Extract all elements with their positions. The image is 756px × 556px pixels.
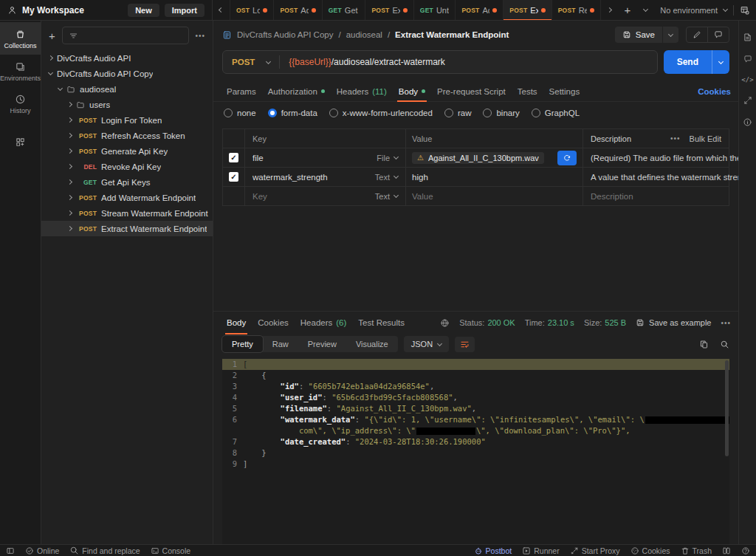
tab-options-button[interactable] (637, 0, 654, 20)
save-as-example-button[interactable]: Save as example (636, 318, 711, 327)
sidebar-item-history[interactable]: History (0, 87, 41, 120)
sidebar-item[interactable]: audioseal (41, 81, 213, 97)
body-mode-form-data[interactable]: form-data (268, 109, 317, 117)
type-dropdown[interactable]: File (377, 154, 398, 162)
select-file-button[interactable] (557, 151, 577, 165)
code-line[interactable]: com\", \"ip_address\": \"\", \"download_… (222, 425, 729, 436)
save-button[interactable]: Save (615, 27, 678, 43)
description-cell[interactable]: (Required) The audio file from which the… (591, 154, 756, 162)
breadcrumb-folder[interactable]: audioseal (346, 30, 382, 39)
code-line[interactable]: 5 "filename": "Against_All_II_C_130bpm.w… (222, 403, 729, 414)
chevron-right-icon[interactable] (67, 102, 72, 107)
code-line[interactable]: 8 } (222, 447, 729, 459)
environment-quick-look-icon[interactable] (740, 5, 750, 16)
body-mode-x-www-form-urlencoded[interactable]: x-www-form-urlencoded (329, 109, 433, 117)
chevron-right-icon[interactable] (67, 148, 72, 154)
request-tab[interactable]: POSTReg (552, 0, 601, 20)
workspace-title[interactable]: My Workspace (22, 5, 123, 16)
body-mode-binary[interactable]: binary (483, 109, 519, 117)
wrap-lines-button[interactable] (455, 337, 475, 352)
request-info-button[interactable] (743, 117, 752, 127)
toggle-sidebar-button[interactable] (6, 546, 15, 555)
status-value[interactable]: 200 OK (487, 318, 515, 327)
sidebar-item[interactable]: POSTStream Watermark Endpoint (41, 205, 213, 221)
search-response-button[interactable] (720, 340, 729, 349)
sidebar-item[interactable]: DELRevoke Api Key (41, 159, 213, 174)
body-mode-none[interactable]: none (224, 109, 256, 117)
sidebar-item[interactable]: users (41, 97, 213, 112)
split-panes-button[interactable] (722, 546, 731, 555)
chevron-right-icon[interactable] (67, 179, 72, 185)
related-requests-button[interactable] (743, 96, 752, 105)
statusbar-cookies[interactable]: Cookies (630, 546, 670, 555)
time-value[interactable]: 23.10 s (548, 318, 574, 327)
rename-button[interactable] (687, 27, 707, 42)
comments-panel-button[interactable] (743, 55, 752, 64)
tab-tests[interactable]: Tests (512, 81, 543, 101)
cookies-link[interactable]: Cookies (698, 87, 731, 96)
chevron-right-icon[interactable] (67, 195, 72, 200)
description-cell[interactable]: Description (591, 192, 633, 201)
chevron-right-icon[interactable] (67, 226, 72, 231)
response-tab-cookies[interactable]: Cookies (252, 312, 295, 334)
statusbar-online[interactable]: Online (25, 546, 59, 555)
environment-selector[interactable]: No environment (654, 0, 756, 20)
save-options-button[interactable] (662, 27, 678, 43)
add-collection-button[interactable]: + (49, 30, 55, 42)
sidebar-item-collections[interactable]: Collections (0, 22, 41, 55)
comments-button[interactable] (707, 27, 729, 42)
body-mode-GraphQL[interactable]: GraphQL (532, 109, 580, 117)
response-body-editor[interactable]: 1[2 {3 "id": "6605b742eb1aa04d2a96854e",… (222, 359, 729, 544)
tab-body[interactable]: Body (393, 81, 431, 101)
row-checkbox[interactable]: ✓ (229, 172, 238, 182)
file-chip[interactable]: ⚠ Against_All_II_C_130bpm.wav (412, 152, 544, 164)
new-button[interactable]: New (128, 4, 159, 17)
help-button[interactable] (741, 546, 750, 555)
row-checkbox[interactable]: ✓ (229, 153, 238, 162)
tab-settings[interactable]: Settings (543, 81, 586, 101)
statusbar-trash[interactable]: Trash (681, 546, 712, 555)
request-tab[interactable]: POSTExtr (504, 0, 551, 20)
chevron-right-icon[interactable] (67, 164, 72, 169)
sidebar-item[interactable]: POSTExtract Watermark Endpoint (41, 221, 213, 236)
request-tab[interactable]: POSTAdc (456, 0, 504, 20)
statusbar-console[interactable]: Console (151, 546, 191, 555)
sidebar-more-button[interactable]: ••• (196, 32, 206, 40)
code-line[interactable]: 4 "user_id": "65b6cd3fbd99c5facb808568", (222, 392, 729, 403)
code-line[interactable]: 2 { (222, 370, 729, 381)
tab-pre-request-script[interactable]: Pre-request Script (431, 81, 512, 101)
body-mode-raw[interactable]: raw (444, 109, 472, 117)
send-options-button[interactable] (712, 50, 729, 74)
response-tab-body[interactable]: Body (221, 312, 252, 334)
configure-sidebar-button[interactable] (0, 130, 41, 153)
url-input[interactable]: {{baseUrl}}/audioseal/extract-watermark (280, 57, 444, 67)
sidebar-item[interactable]: POSTGenerate Api Key (41, 143, 213, 159)
code-line[interactable]: 7 "date_created": "2024-03-28T18:30:26.1… (222, 436, 729, 447)
code-line[interactable]: 9] (222, 459, 729, 470)
copy-button[interactable] (699, 340, 709, 349)
response-tab-headers[interactable]: Headers(6) (295, 312, 353, 334)
code-line[interactable]: 6 "watermark_data": "{\"id\": 1, \"usern… (222, 414, 729, 425)
sidebar-item[interactable]: POSTRefresh Access Token (41, 128, 213, 143)
select-all-cell[interactable] (223, 129, 245, 148)
tab-authorization[interactable]: Authorization (262, 81, 331, 101)
code-snippet-button[interactable]: </> (741, 76, 753, 83)
breadcrumb-collection[interactable]: DivCrafts Audio API Copy (237, 30, 333, 39)
size-value[interactable]: 525 B (605, 318, 626, 327)
view-visualize[interactable]: Visualize (346, 336, 398, 352)
type-dropdown[interactable]: Text (375, 192, 398, 201)
sidebar-item-environments[interactable]: Environments (0, 55, 41, 87)
response-more-button[interactable]: ••• (721, 319, 731, 327)
chevron-right-icon[interactable] (48, 55, 53, 61)
chevron-right-icon[interactable] (67, 210, 72, 216)
view-raw[interactable]: Raw (263, 336, 298, 352)
tab-headers[interactable]: Headers(11) (331, 81, 393, 101)
key-cell[interactable]: watermark_strength (252, 173, 328, 182)
new-tab-button[interactable]: + (618, 0, 638, 20)
request-tab[interactable]: GETGet A (323, 0, 366, 20)
value-cell[interactable]: high (412, 173, 428, 182)
bulk-edit-button[interactable]: Bulk Edit (690, 134, 721, 143)
statusbar-find-and-replace[interactable]: Find and replace (69, 546, 140, 555)
import-button[interactable]: Import (165, 4, 205, 17)
request-tab[interactable]: GETUntitl (414, 0, 456, 20)
